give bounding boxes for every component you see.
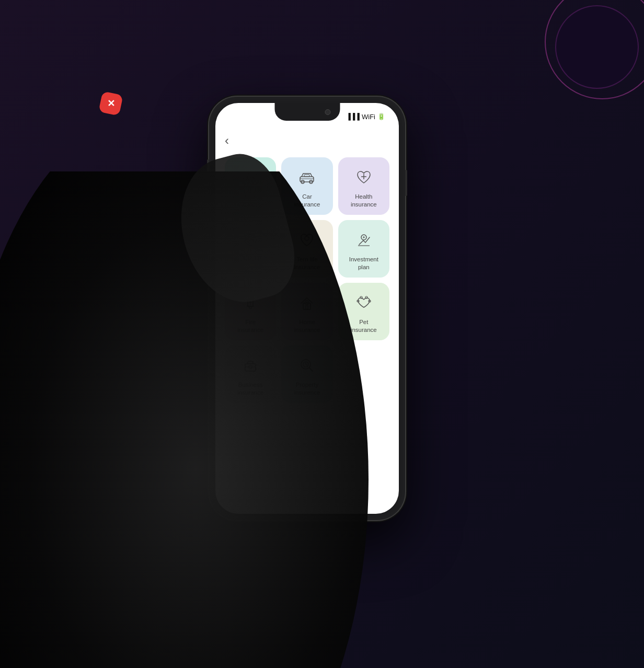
wifi-icon: WiFi bbox=[362, 113, 375, 121]
service-card-fire[interactable]: Fireinsurance bbox=[225, 283, 276, 340]
battery-icon: 🔋 bbox=[377, 113, 385, 120]
svg-point-16 bbox=[365, 296, 367, 298]
phone-shell: ▐▐▐ WiFi 🔋 ‹ bbox=[209, 97, 405, 520]
service-card-car[interactable]: Carinsurance bbox=[281, 157, 332, 215]
signal-icon: ▐▐▐ bbox=[346, 113, 360, 120]
circle-decoration-inner bbox=[555, 5, 639, 89]
home-label: Homeinsurance bbox=[294, 318, 320, 334]
service-card-health[interactable]: Healthinsurance bbox=[338, 157, 389, 215]
health-icon bbox=[352, 166, 375, 189]
volume-up-button[interactable] bbox=[207, 159, 209, 176]
svg-point-15 bbox=[360, 296, 362, 298]
business-icon bbox=[239, 354, 262, 377]
home-icon bbox=[295, 291, 318, 314]
services-grid: Bikeinsurance bbox=[225, 157, 389, 403]
svg-point-2 bbox=[250, 177, 251, 179]
service-card-business[interactable]: Businessinsurance bbox=[225, 345, 276, 403]
fire-label: Fireinsurance bbox=[237, 318, 263, 334]
tern-label: Tern lifeinsurance bbox=[294, 256, 320, 271]
travel-label: Travelinsurance bbox=[237, 256, 263, 271]
service-card-home[interactable]: Homeinsurance bbox=[281, 283, 332, 340]
car-icon bbox=[295, 166, 318, 189]
svg-rect-19 bbox=[245, 364, 256, 371]
health-label: Healthinsurance bbox=[351, 193, 377, 209]
service-card-bike[interactable]: Bikeinsurance bbox=[225, 157, 276, 215]
phone-screen: ▐▐▐ WiFi 🔋 ‹ bbox=[215, 103, 399, 514]
volume-down-button[interactable] bbox=[207, 181, 209, 198]
fire-icon bbox=[239, 291, 262, 314]
business-label: Businessinsurance bbox=[237, 381, 263, 397]
car-label: Carinsurance bbox=[294, 193, 320, 209]
svg-rect-13 bbox=[306, 305, 308, 309]
pet-label: Petinsurance bbox=[351, 318, 377, 334]
svg-rect-12 bbox=[303, 303, 310, 309]
notch bbox=[274, 103, 340, 121]
phone-wrapper: ▐▐▐ WiFi 🔋 ‹ bbox=[209, 97, 405, 520]
service-card-tern[interactable]: Tern lifeinsurance bbox=[281, 220, 332, 278]
red-badge: ✕ bbox=[100, 93, 121, 114]
pet-icon bbox=[352, 291, 375, 314]
camera bbox=[325, 109, 330, 115]
bike-icon bbox=[239, 166, 262, 189]
cross-icon: ✕ bbox=[107, 98, 115, 109]
svg-rect-3 bbox=[300, 177, 314, 182]
service-card-investment[interactable]: Investmentplan bbox=[338, 220, 389, 278]
status-icons: ▐▐▐ WiFi 🔋 bbox=[346, 113, 385, 121]
power-button[interactable] bbox=[405, 170, 407, 196]
svg-point-8 bbox=[305, 236, 309, 240]
property-label: Propertyinsurence bbox=[294, 381, 320, 397]
screen-content: ‹ bbox=[215, 127, 399, 514]
bike-label: Bikeinsurance bbox=[237, 193, 263, 209]
investment-label: Investmentplan bbox=[349, 256, 378, 271]
back-button[interactable]: ‹ bbox=[225, 133, 229, 148]
service-card-property[interactable]: Propertyinsurence bbox=[281, 345, 332, 403]
investment-icon bbox=[352, 228, 375, 251]
property-icon bbox=[295, 354, 318, 377]
red-badge-shape: ✕ bbox=[98, 91, 123, 116]
service-card-pet[interactable]: Petinsurance bbox=[338, 283, 389, 340]
travel-icon bbox=[239, 228, 262, 251]
screen-header: ‹ bbox=[225, 133, 389, 148]
service-card-travel[interactable]: Travelinsurance bbox=[225, 220, 276, 278]
tern-icon bbox=[295, 228, 318, 251]
